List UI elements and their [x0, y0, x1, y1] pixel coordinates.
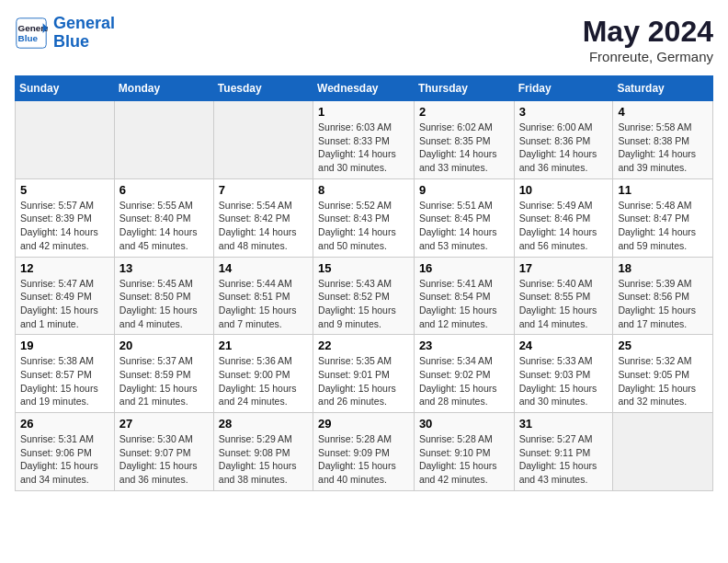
calendar-cell: 25Sunrise: 5:32 AMSunset: 9:05 PMDayligh… [613, 335, 713, 413]
day-number: 8 [318, 183, 409, 197]
day-info: Sunrise: 5:35 AMSunset: 9:01 PMDaylight:… [318, 354, 409, 408]
day-info: Sunrise: 5:30 AMSunset: 9:07 PMDaylight:… [119, 432, 209, 487]
day-info: Sunrise: 5:57 AMSunset: 8:39 PMDaylight:… [20, 199, 109, 253]
day-number: 20 [119, 339, 209, 352]
week-row-4: 19Sunrise: 5:38 AMSunset: 8:57 PMDayligh… [16, 335, 713, 413]
logo-icon: General Blue [15, 17, 48, 50]
weekday-header-wednesday: Wednesday [313, 76, 415, 101]
day-info: Sunrise: 5:43 AMSunset: 8:52 PMDaylight:… [318, 277, 409, 331]
day-number: 6 [119, 183, 209, 197]
calendar-cell: 29Sunrise: 5:28 AMSunset: 9:09 PMDayligh… [313, 413, 415, 491]
day-number: 7 [219, 183, 308, 197]
calendar-cell: 28Sunrise: 5:29 AMSunset: 9:08 PMDayligh… [213, 413, 313, 491]
calendar-cell: 9Sunrise: 5:51 AMSunset: 8:45 PMDaylight… [414, 178, 514, 257]
day-info: Sunrise: 5:45 AMSunset: 8:50 PMDaylight:… [119, 277, 209, 331]
weekday-header-row: SundayMondayTuesdayWednesdayThursdayFrid… [16, 76, 713, 101]
calendar-cell: 7Sunrise: 5:54 AMSunset: 8:42 PMDaylight… [213, 178, 313, 257]
day-info: Sunrise: 5:47 AMSunset: 8:49 PMDaylight:… [20, 277, 109, 331]
weekday-header-thursday: Thursday [414, 76, 514, 101]
day-number: 12 [20, 261, 109, 275]
day-number: 16 [419, 261, 509, 275]
day-number: 25 [618, 339, 708, 352]
calendar-cell: 13Sunrise: 5:45 AMSunset: 8:50 PMDayligh… [114, 257, 213, 335]
weekday-header-tuesday: Tuesday [213, 76, 313, 101]
day-info: Sunrise: 5:31 AMSunset: 9:06 PMDaylight:… [20, 432, 109, 487]
calendar-cell: 23Sunrise: 5:34 AMSunset: 9:02 PMDayligh… [414, 335, 514, 413]
day-info: Sunrise: 5:33 AMSunset: 9:03 PMDaylight:… [519, 354, 609, 408]
day-info: Sunrise: 5:41 AMSunset: 8:54 PMDaylight:… [419, 277, 509, 331]
day-number: 13 [119, 261, 209, 275]
day-number: 28 [219, 417, 308, 431]
day-info: Sunrise: 5:34 AMSunset: 9:02 PMDaylight:… [419, 354, 509, 408]
day-number: 11 [618, 183, 708, 197]
weekday-header-sunday: Sunday [16, 76, 115, 101]
calendar-cell: 12Sunrise: 5:47 AMSunset: 8:49 PMDayligh… [16, 257, 115, 335]
week-row-5: 26Sunrise: 5:31 AMSunset: 9:06 PMDayligh… [16, 413, 713, 491]
day-info: Sunrise: 6:03 AMSunset: 8:33 PMDaylight:… [318, 121, 409, 175]
calendar-cell: 11Sunrise: 5:48 AMSunset: 8:47 PMDayligh… [613, 178, 713, 257]
day-number: 19 [20, 339, 109, 352]
calendar-cell: 20Sunrise: 5:37 AMSunset: 8:59 PMDayligh… [114, 335, 213, 413]
calendar-cell: 4Sunrise: 5:58 AMSunset: 8:38 PMDaylight… [613, 101, 713, 179]
calendar-cell: 30Sunrise: 5:28 AMSunset: 9:10 PMDayligh… [414, 413, 514, 491]
calendar-title: May 2024 [583, 15, 713, 49]
calendar-cell: 5Sunrise: 5:57 AMSunset: 8:39 PMDaylight… [16, 178, 115, 257]
week-row-3: 12Sunrise: 5:47 AMSunset: 8:49 PMDayligh… [16, 257, 713, 335]
calendar-cell: 16Sunrise: 5:41 AMSunset: 8:54 PMDayligh… [414, 257, 514, 335]
day-number: 14 [219, 261, 308, 275]
day-number: 1 [318, 105, 409, 119]
calendar-cell: 3Sunrise: 6:00 AMSunset: 8:36 PMDaylight… [514, 101, 613, 179]
week-row-2: 5Sunrise: 5:57 AMSunset: 8:39 PMDaylight… [16, 178, 713, 257]
week-row-1: 1Sunrise: 6:03 AMSunset: 8:33 PMDaylight… [16, 101, 713, 179]
calendar-cell [213, 101, 313, 179]
calendar-cell: 27Sunrise: 5:30 AMSunset: 9:07 PMDayligh… [114, 413, 213, 491]
calendar-cell [16, 101, 115, 179]
calendar-cell: 6Sunrise: 5:55 AMSunset: 8:40 PMDaylight… [114, 178, 213, 257]
day-info: Sunrise: 6:00 AMSunset: 8:36 PMDaylight:… [519, 121, 609, 175]
day-info: Sunrise: 6:02 AMSunset: 8:35 PMDaylight:… [419, 121, 509, 175]
day-number: 21 [219, 339, 308, 352]
day-number: 29 [318, 417, 409, 431]
weekday-header-saturday: Saturday [613, 76, 713, 101]
calendar-cell: 22Sunrise: 5:35 AMSunset: 9:01 PMDayligh… [313, 335, 415, 413]
day-info: Sunrise: 5:36 AMSunset: 9:00 PMDaylight:… [219, 354, 308, 408]
calendar-subtitle: Fronreute, Germany [583, 49, 713, 64]
day-number: 24 [519, 339, 609, 352]
calendar-cell: 18Sunrise: 5:39 AMSunset: 8:56 PMDayligh… [613, 257, 713, 335]
calendar-cell: 14Sunrise: 5:44 AMSunset: 8:51 PMDayligh… [213, 257, 313, 335]
day-number: 31 [519, 417, 609, 431]
day-number: 9 [419, 183, 509, 197]
day-info: Sunrise: 5:49 AMSunset: 8:46 PMDaylight:… [519, 199, 609, 253]
day-number: 3 [519, 105, 609, 119]
calendar-cell: 8Sunrise: 5:52 AMSunset: 8:43 PMDaylight… [313, 178, 415, 257]
calendar-cell: 21Sunrise: 5:36 AMSunset: 9:00 PMDayligh… [213, 335, 313, 413]
day-info: Sunrise: 5:32 AMSunset: 9:05 PMDaylight:… [618, 354, 708, 408]
calendar-cell [114, 101, 213, 179]
calendar-cell: 15Sunrise: 5:43 AMSunset: 8:52 PMDayligh… [313, 257, 415, 335]
calendar-cell [613, 413, 713, 491]
calendar-body: 1Sunrise: 6:03 AMSunset: 8:33 PMDaylight… [16, 101, 713, 491]
svg-text:Blue: Blue [18, 33, 39, 43]
calendar-cell: 1Sunrise: 6:03 AMSunset: 8:33 PMDaylight… [313, 101, 415, 179]
day-info: Sunrise: 5:28 AMSunset: 9:09 PMDaylight:… [318, 432, 409, 487]
day-number: 27 [119, 417, 209, 431]
day-info: Sunrise: 5:27 AMSunset: 9:11 PMDaylight:… [519, 432, 609, 487]
day-info: Sunrise: 5:52 AMSunset: 8:43 PMDaylight:… [318, 199, 409, 253]
day-info: Sunrise: 5:38 AMSunset: 8:57 PMDaylight:… [20, 354, 109, 408]
weekday-header-monday: Monday [114, 76, 213, 101]
day-info: Sunrise: 5:55 AMSunset: 8:40 PMDaylight:… [119, 199, 209, 253]
day-number: 10 [519, 183, 609, 197]
calendar-cell: 10Sunrise: 5:49 AMSunset: 8:46 PMDayligh… [514, 178, 613, 257]
day-number: 22 [318, 339, 409, 352]
calendar-table: SundayMondayTuesdayWednesdayThursdayFrid… [15, 75, 713, 491]
day-info: Sunrise: 5:44 AMSunset: 8:51 PMDaylight:… [219, 277, 308, 331]
logo-text: GeneralBlue [53, 15, 115, 52]
weekday-header-friday: Friday [514, 76, 613, 101]
day-number: 5 [20, 183, 109, 197]
day-info: Sunrise: 5:58 AMSunset: 8:38 PMDaylight:… [618, 121, 708, 175]
title-block: May 2024 Fronreute, Germany [583, 15, 713, 64]
day-info: Sunrise: 5:39 AMSunset: 8:56 PMDaylight:… [618, 277, 708, 331]
day-number: 23 [419, 339, 509, 352]
day-info: Sunrise: 5:54 AMSunset: 8:42 PMDaylight:… [219, 199, 308, 253]
day-number: 4 [618, 105, 708, 119]
